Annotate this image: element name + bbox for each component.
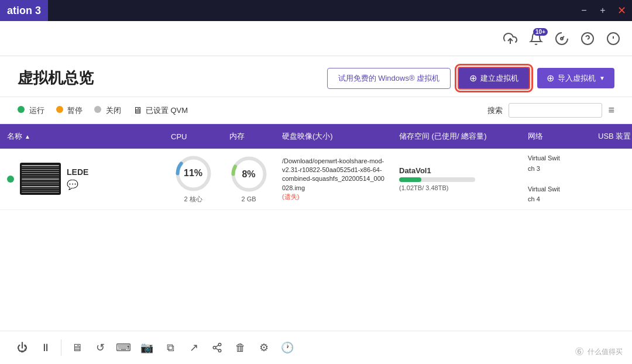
svg-line-14 [215, 348, 218, 350]
close-button[interactable]: ✕ [616, 5, 627, 16]
disk-cell: /Download/openwrt-koolshare-mod-v2.31-r1… [275, 152, 392, 207]
cpu-cell: 11% 2 核心 [164, 150, 222, 208]
plus-icon-import: ⊕ [547, 73, 554, 84]
vm-name-cell: LEDE 💬 [0, 158, 164, 200]
svg-point-12 [213, 346, 216, 349]
copy-button[interactable]: ⧉ [160, 337, 181, 358]
toolbar-separator-1 [61, 339, 61, 356]
export-button[interactable]: ↗ [183, 337, 204, 358]
import-vm-button[interactable]: ⊕ 导入虚拟机 ▼ [537, 68, 614, 88]
titlebar: ation 3 − + ✕ [0, 0, 632, 21]
network-cell: Virtual Swit ch 3 Virtual Swit ch 4 [521, 149, 591, 210]
help-icon[interactable] [581, 32, 595, 46]
qvm-status: 🖥 已设置 QVM [133, 105, 188, 116]
dropdown-arrow-icon: ▼ [599, 75, 605, 81]
maximize-button[interactable]: + [597, 5, 609, 16]
cpu-percent-text: 11% [184, 168, 202, 178]
col-network: 网络 [521, 129, 591, 144]
storage-bar [399, 177, 475, 182]
watermark: ⑥ 什么值得买 [575, 345, 623, 358]
window-controls: − + ✕ [578, 5, 627, 16]
table-header: 名称 ▲ CPU 内存 硬盘映像(大小) 储存空间 (已使用/ 總容量) 网络 … [0, 124, 632, 149]
cpu-gauge: 11% [174, 154, 212, 193]
col-usb: USB 装置 [591, 129, 632, 144]
delete-button[interactable]: 🗑 [230, 337, 251, 358]
paused-dot [56, 106, 63, 113]
vm-info: LEDE 💬 [67, 167, 88, 190]
usb-cell [591, 174, 632, 184]
col-cpu: CPU [164, 129, 222, 144]
col-storage: 储存空间 (已使用/ 總容量) [392, 129, 521, 144]
refresh-button[interactable]: ↺ [90, 337, 111, 358]
running-status: 运行 [18, 105, 44, 116]
try-windows-button[interactable]: 试用免费的 Windows® 虚拟机 [327, 68, 451, 89]
sort-arrow-icon: ▲ [25, 133, 30, 140]
pause-button[interactable]: ⏸ [35, 337, 56, 358]
main-content: 虚拟机总览 试用免费的 Windows® 虚拟机 ⊕ 建立虚拟机 ⊕ 导入虚拟机… [0, 56, 632, 364]
status-bar: 运行 暂停 关闭 🖥 已设置 QVM 搜索 ≡ [0, 97, 632, 124]
plus-icon: ⊕ [469, 73, 477, 84]
share-button[interactable] [207, 337, 228, 358]
header-actions: 试用免费的 Windows® 虚拟机 ⊕ 建立虚拟机 ⊕ 导入虚拟机 ▼ [327, 67, 614, 90]
mem-percent-text: 8% [242, 169, 255, 180]
table-row[interactable]: LEDE 💬 11% 2 核心 [0, 149, 632, 210]
search-area: 搜索 ≡ [487, 103, 614, 118]
notification-icon[interactable]: 10+ [529, 32, 543, 46]
power-button[interactable]: ⏻ [12, 337, 33, 358]
mem-size-label: 2 GB [241, 195, 256, 202]
running-dot [18, 106, 25, 113]
col-disk: 硬盘映像(大小) [275, 129, 392, 144]
settings-button[interactable]: ⚙ [253, 337, 274, 358]
speedometer-icon[interactable] [555, 32, 569, 46]
cpu-cores-label: 2 核心 [184, 195, 202, 204]
vm-table: 名称 ▲ CPU 内存 硬盘映像(大小) 储存空间 (已使用/ 總容量) 网络 … [0, 124, 632, 331]
vm-running-dot [7, 176, 14, 183]
stopped-status: 关闭 [94, 105, 121, 116]
create-vm-button[interactable]: ⊕ 建立虚拟机 [458, 67, 530, 90]
disk-path-text: /Download/openwrt-koolshare-mod-v2.31-r1… [282, 157, 385, 193]
search-label: 搜索 [487, 105, 503, 116]
log-button[interactable]: 🕐 [277, 337, 298, 358]
col-name: 名称 ▲ [0, 129, 164, 144]
storage-cell: DataVol1 (1.02TB/ 3.48TB) [392, 162, 521, 196]
watermark-text: 什么值得买 [588, 347, 623, 357]
storage-name-text: DataVol1 [399, 166, 514, 175]
monitor-icon: 🖥 [133, 105, 142, 116]
mem-gauge: 8% [230, 155, 268, 193]
info-icon[interactable] [606, 32, 620, 46]
search-input[interactable] [509, 103, 602, 118]
status-indicators: 运行 暂停 关闭 🖥 已设置 QVM [18, 105, 188, 116]
bottom-toolbar: ⏻ ⏸ 🖥 ↺ ⌨ 📷 ⧉ ↗ 🗑 ⚙ 🕐 [0, 331, 632, 364]
stopped-dot [94, 106, 101, 113]
upload-icon[interactable] [503, 32, 517, 46]
top-toolbar: 10+ [0, 21, 632, 56]
minimize-button[interactable]: − [578, 5, 590, 16]
page-title: 虚拟机总览 [18, 68, 94, 88]
page-header: 虚拟机总览 试用免费的 Windows® 虚拟机 ⊕ 建立虚拟机 ⊕ 导入虚拟机… [0, 56, 632, 97]
vm-name-text: LEDE [67, 167, 88, 177]
svg-line-15 [215, 345, 218, 347]
storage-bar-fill [399, 177, 421, 182]
disk-status-text: (遗失) [282, 193, 385, 201]
display-button[interactable]: 🖥 [66, 337, 87, 358]
menu-icon[interactable]: ≡ [608, 104, 614, 116]
chat-icon: 💬 [67, 179, 88, 190]
snapshot-button[interactable]: 📷 [136, 337, 157, 358]
notification-badge: 10+ [533, 28, 548, 36]
vm-thumbnail [20, 163, 61, 195]
storage-info-text: (1.02TB/ 3.48TB) [399, 184, 514, 191]
app-title: ation 3 [0, 0, 48, 21]
svg-point-11 [218, 344, 221, 346]
col-mem: 内存 [222, 129, 275, 144]
paused-status: 暂停 [56, 105, 83, 116]
keyboard-button[interactable]: ⌨ [113, 337, 134, 358]
mem-cell: 8% 2 GB [222, 150, 275, 207]
watermark-icon: ⑥ [575, 345, 584, 358]
svg-point-13 [218, 349, 221, 352]
